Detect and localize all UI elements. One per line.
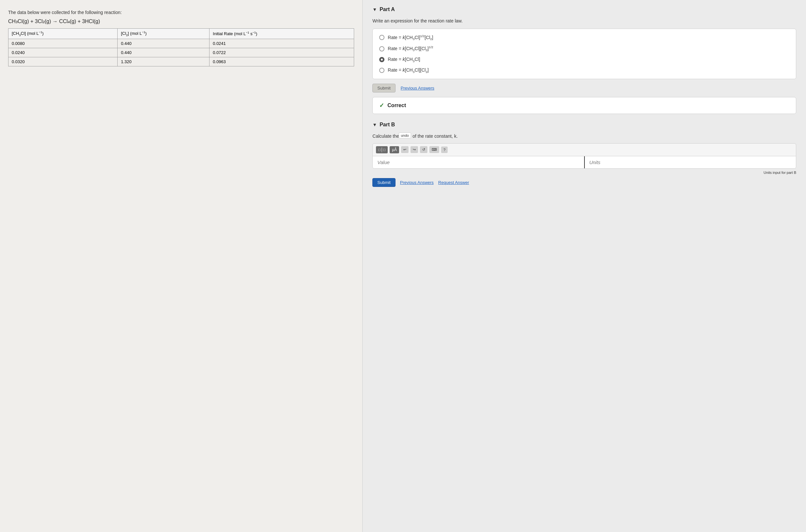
- matrix-icon: □│□: [378, 148, 385, 152]
- cell-ch3cl-2: 0.0240: [8, 48, 117, 57]
- input-toolbar: □│□ μÅ ↩ undo ↪ ↺ ⌨ ?: [372, 143, 796, 156]
- part-a-submit-row: Submit Previous Answers: [372, 84, 796, 93]
- table-row: 0.0080 0.440 0.0241: [8, 39, 354, 48]
- cell-rate-2: 0.0722: [209, 48, 354, 57]
- part-a-header: ▼ Part A: [372, 6, 796, 12]
- request-answer-link[interactable]: Request Answer: [438, 180, 469, 185]
- options-box: Rate = k[CH3Cl]1/2[Cl2] Rate = k[CH3Cl][…: [372, 28, 796, 79]
- undo-tooltip: undo: [399, 133, 411, 138]
- option-label-1: Rate = k[CH3Cl]1/2[Cl2]: [388, 34, 433, 41]
- part-a-submit-button[interactable]: Submit: [372, 84, 395, 93]
- radio-option-1[interactable]: Rate = k[CH3Cl]1/2[Cl2]: [379, 34, 789, 41]
- part-a-toggle[interactable]: ▼: [372, 7, 377, 12]
- keyboard-button[interactable]: ⌨: [429, 146, 439, 153]
- reaction-equation: CH₃Cl(g) + 3Cl₂(g) → CCl₄(g) + 3HCl(g): [8, 18, 354, 24]
- option-label-2: Rate = k[CH3Cl][Cl2]1/2: [388, 45, 433, 52]
- check-icon: ✓: [379, 102, 384, 109]
- part-b-toggle[interactable]: ▼: [372, 122, 377, 127]
- cell-cl2-3: 1.320: [117, 57, 209, 66]
- redo-button[interactable]: ↪: [410, 146, 418, 153]
- part-b-prev-answers-link[interactable]: Previous Answers: [400, 180, 434, 185]
- part-a-prev-answers-link[interactable]: Previous Answers: [401, 86, 434, 91]
- part-b-instruction: Calculate the value of the rate constant…: [372, 133, 796, 139]
- radio-circle-3[interactable]: [379, 57, 384, 62]
- col-header-ch3cl: [CH3Cl] (mol L−1): [8, 28, 117, 39]
- cell-ch3cl-3: 0.0320: [8, 57, 117, 66]
- help-button[interactable]: ?: [441, 147, 447, 153]
- right-panel: ▼ Part A Write an expression for the rea…: [363, 0, 806, 532]
- radio-circle-1[interactable]: [379, 35, 384, 40]
- undo-group: ↩ undo: [401, 146, 408, 153]
- undo-button[interactable]: ↩: [401, 146, 408, 153]
- value-input[interactable]: [373, 156, 584, 168]
- cell-ch3cl-1: 0.0080: [8, 39, 117, 48]
- correct-text: Correct: [387, 102, 406, 109]
- radio-circle-4[interactable]: [379, 68, 384, 73]
- col-header-rate: Initial Rate (mol L−1 s−1): [209, 28, 354, 39]
- option-label-4: Rate = k[CH3Cl][Cl2]: [388, 68, 429, 74]
- reaction-intro: The data below were collected for the fo…: [8, 10, 354, 15]
- radio-option-4[interactable]: Rate = k[CH3Cl][Cl2]: [379, 68, 789, 74]
- col-header-cl2: [Cl2] (mol L−1): [117, 28, 209, 39]
- input-area: [372, 156, 796, 169]
- units-input[interactable]: [584, 156, 796, 168]
- units-tooltip-label: Units input for part B: [764, 171, 796, 174]
- mu-button[interactable]: μÅ: [390, 146, 399, 153]
- refresh-button[interactable]: ↺: [420, 146, 427, 153]
- mu-icon: μÅ: [392, 148, 397, 152]
- table-row: 0.0320 1.320 0.0963: [8, 57, 354, 66]
- data-table: [CH3Cl] (mol L−1) [Cl2] (mol L−1) Initia…: [8, 28, 354, 66]
- radio-option-2[interactable]: Rate = k[CH3Cl][Cl2]1/2: [379, 45, 789, 52]
- left-panel: The data below were collected for the fo…: [0, 0, 363, 532]
- radio-option-3[interactable]: Rate = k[CH3Cl]: [379, 57, 789, 63]
- matrix-button[interactable]: □│□: [376, 146, 388, 153]
- option-label-3: Rate = k[CH3Cl]: [388, 57, 420, 63]
- part-b-section: ▼ Part B Calculate the value of the rate…: [372, 122, 796, 187]
- table-row: 0.0240 0.440 0.0722: [8, 48, 354, 57]
- part-b-input-container: □│□ μÅ ↩ undo ↪ ↺ ⌨ ? Units input for p: [372, 143, 796, 175]
- correct-box: ✓ Correct: [372, 97, 796, 114]
- part-a-section: ▼ Part A Write an expression for the rea…: [372, 6, 796, 114]
- part-b-bottom-row: Submit Previous Answers Request Answer: [372, 178, 796, 187]
- radio-circle-2[interactable]: [379, 46, 384, 52]
- cell-rate-3: 0.0963: [209, 57, 354, 66]
- part-b-title: Part B: [380, 122, 395, 128]
- cell-rate-1: 0.0241: [209, 39, 354, 48]
- part-b-submit-button[interactable]: Submit: [372, 178, 395, 187]
- cell-cl2-2: 0.440: [117, 48, 209, 57]
- part-a-title: Part A: [380, 6, 395, 12]
- part-b-header: ▼ Part B: [372, 122, 796, 128]
- part-a-instruction: Write an expression for the reaction rat…: [372, 18, 796, 23]
- cell-cl2-1: 0.440: [117, 39, 209, 48]
